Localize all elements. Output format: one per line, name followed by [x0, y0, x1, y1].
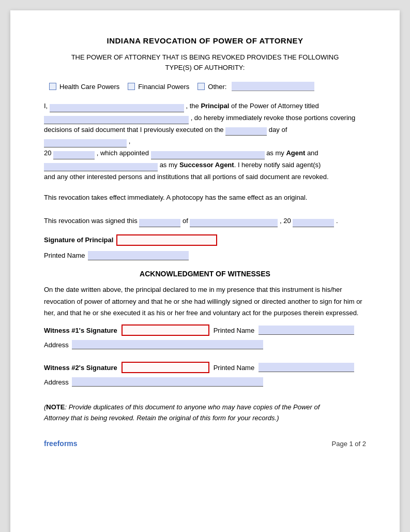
day-of: day of [269, 126, 287, 134]
witness1-address-label: Address [44, 341, 69, 349]
body-paragraph: I, , the Principal of the Power of Attor… [44, 100, 366, 183]
witness1-sig-row: Witness #1's Signature Printed Name [44, 324, 366, 336]
page-number: Page 1 of 2 [332, 440, 367, 448]
month-field[interactable] [44, 139, 127, 147]
comma: , [129, 137, 131, 145]
witness1-address-row: Address [44, 340, 366, 349]
witness2-printed-field[interactable] [259, 363, 354, 372]
financial-checkbox[interactable] [128, 83, 135, 90]
document-title: INDIANA REVOCATION OF POWER OF ATTORNEY [44, 36, 366, 45]
revoke-all: and any other interested persons and ins… [44, 173, 329, 181]
witness2-address-field[interactable] [72, 377, 263, 387]
day-field[interactable] [225, 127, 267, 136]
other-label: Other: [208, 83, 226, 91]
witness1-sig-field[interactable] [122, 324, 209, 336]
document-page: INDIANA REVOCATION OF POWER OF ATTORNEY … [10, 10, 400, 532]
witness2-sig-label: Witness #2's Signature [44, 364, 117, 372]
witness1-block: Witness #1's Signature Printed Name Addr… [44, 324, 366, 349]
year-prefix: 20 [44, 149, 51, 157]
witness1-printed-label: Printed Name [214, 327, 254, 334]
acknowledgment-body: On the date written above, the principal… [44, 284, 366, 319]
signed-day-field[interactable] [139, 219, 180, 227]
year-field[interactable] [53, 151, 95, 159]
poa-title-field[interactable] [44, 116, 189, 124]
successor-agent-field[interactable] [44, 163, 158, 171]
witness1-printed-field[interactable] [259, 326, 354, 335]
authority-types-row: Health Care Powers Financial Powers Othe… [49, 82, 366, 91]
agent-name-field[interactable] [151, 151, 265, 159]
witness1-address-field[interactable] [72, 340, 263, 349]
brand-free: free [44, 439, 57, 448]
printed-name-row: Printed Name [44, 251, 366, 260]
footer: freeforms Page 1 of 2 [44, 439, 366, 448]
the-principal: , the Principal of the Power of Attorney… [186, 102, 318, 110]
principal-signature-field[interactable] [116, 234, 217, 246]
signed-comma-20: , 20 [280, 217, 291, 225]
note-italic: : Provide duplicates of this document to… [65, 403, 320, 411]
principal-name-field[interactable] [50, 104, 184, 112]
appointed-text: , which appointed [97, 149, 151, 157]
signed-line: This revocation was signed this of , 20 … [44, 215, 366, 227]
note-bold: NOTE [46, 403, 65, 411]
printed-name-field[interactable] [88, 251, 189, 260]
financial-label: Financial Powers [138, 83, 189, 91]
note-italic-2: Attorney that is being revoked. Retain t… [44, 414, 279, 422]
witness2-printed-label: Printed Name [214, 364, 254, 372]
health-care-checkbox-item[interactable]: Health Care Powers [49, 83, 119, 91]
signed-year-field[interactable] [293, 219, 334, 227]
witness2-sig-row: Witness #2's Signature Printed Name [44, 362, 366, 373]
note-section: (NOTE: Provide duplicates of this docume… [44, 402, 366, 424]
decisions-text: decisions of said document that I previo… [44, 126, 225, 134]
other-checkbox-item[interactable]: Other: [198, 82, 314, 91]
witness2-address-row: Address [44, 377, 366, 387]
witness1-sig-label: Witness #1's Signature [44, 327, 117, 334]
other-input[interactable] [232, 82, 314, 91]
brand: freeforms [44, 439, 78, 448]
signed-period: . [336, 217, 338, 225]
signature-label: Signature of Principal [44, 236, 113, 244]
signed-prefix: This revocation was signed this [44, 217, 138, 225]
signed-month-field[interactable] [190, 219, 278, 227]
health-care-checkbox[interactable] [49, 83, 56, 90]
signed-of: of [183, 217, 190, 225]
brand-forms: forms [57, 439, 78, 448]
as-agent: as my Agent and [266, 149, 318, 157]
revoke-text: , do hereby immediately revoke those por… [191, 114, 356, 122]
as-successor: as my Successor Agent. I hereby notify s… [160, 161, 321, 169]
revocation-effect-text: This revocation takes effect immediately… [44, 192, 366, 204]
other-checkbox[interactable] [198, 83, 205, 90]
witness2-address-label: Address [44, 378, 69, 386]
witness2-block: Witness #2's Signature Printed Name Addr… [44, 362, 366, 387]
health-care-label: Health Care Powers [59, 83, 119, 91]
document-subtitle: THE POWER OF ATTORNEY THAT IS BEING REVO… [44, 52, 366, 72]
i-prefix: I, [44, 102, 50, 110]
principal-signature-row: Signature of Principal [44, 234, 366, 246]
acknowledgment-title: ACKNOWLEDGMENT OF WITNESSES [44, 270, 366, 278]
printed-name-label: Printed Name [44, 252, 85, 259]
financial-checkbox-item[interactable]: Financial Powers [128, 83, 189, 91]
witness2-sig-field[interactable] [122, 362, 209, 373]
